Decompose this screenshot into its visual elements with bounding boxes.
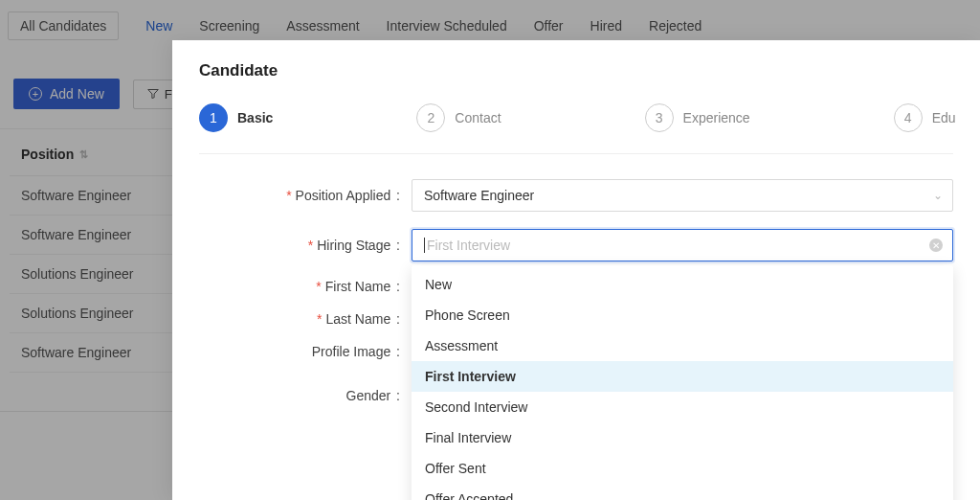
label-gender: Gender : (199, 388, 400, 403)
step-number: 4 (894, 103, 923, 132)
label-last-name: *Last Name : (199, 311, 400, 327)
chevron-down-icon: ⌄ (933, 189, 943, 202)
tab-assessment[interactable]: Assessment (286, 18, 359, 34)
tab-hired[interactable]: Hired (590, 18, 622, 34)
step-label: Contact (455, 110, 501, 125)
step-label: Basic (237, 110, 273, 125)
step-number: 1 (199, 103, 228, 132)
label-first-name: *First Name : (199, 279, 400, 294)
option-offer-accepted[interactable]: Offer Accepted (412, 484, 953, 500)
col-position-label: Position (21, 147, 74, 162)
hiring-stage-select[interactable]: First Interview ✕ (412, 229, 953, 261)
option-second-interview[interactable]: Second Interview (412, 392, 953, 422)
hiring-stage-dropdown: New Phone Screen Assessment First Interv… (412, 265, 953, 500)
option-final-interview[interactable]: Final Interview (412, 422, 953, 453)
tab-interview-scheduled[interactable]: Interview Scheduled (387, 18, 507, 34)
position-applied-value: Software Engineer (424, 188, 534, 203)
hiring-stage-placeholder: First Interview (427, 238, 510, 253)
step-contact[interactable]: 2 Contact (416, 103, 501, 132)
candidate-drawer: Candidate 1 Basic 2 Contact 3 Experience… (172, 40, 980, 500)
step-number: 3 (645, 103, 674, 132)
sort-icon: ⇅ (79, 148, 88, 161)
add-new-button[interactable]: + Add New (13, 79, 120, 109)
step-basic[interactable]: 1 Basic (199, 103, 273, 132)
filter-icon (147, 88, 159, 100)
tab-all-candidates[interactable]: All Candidates (8, 11, 119, 40)
option-new[interactable]: New (412, 269, 953, 300)
wizard-steps: 1 Basic 2 Contact 3 Experience 4 Edu (199, 103, 953, 154)
step-education[interactable]: 4 Edu (894, 103, 956, 132)
add-new-label: Add New (50, 86, 104, 102)
option-first-interview[interactable]: First Interview (412, 361, 953, 392)
option-assessment[interactable]: Assessment (412, 330, 953, 361)
label-profile-image: Profile Image : (199, 344, 400, 359)
tab-rejected[interactable]: Rejected (649, 18, 702, 34)
label-hiring-stage: *Hiring Stage : (199, 238, 400, 253)
tab-new[interactable]: New (145, 18, 172, 34)
plus-icon: + (29, 87, 42, 101)
clear-icon[interactable]: ✕ (929, 239, 943, 252)
step-label: Experience (683, 110, 750, 125)
drawer-title: Candidate (199, 61, 953, 80)
label-position-applied: *Position Applied : (199, 188, 400, 203)
position-applied-select[interactable]: Software Engineer ⌄ (412, 179, 953, 212)
step-experience[interactable]: 3 Experience (645, 103, 750, 132)
option-offer-sent[interactable]: Offer Sent (412, 453, 953, 484)
step-label: Edu (932, 110, 956, 125)
tab-offer[interactable]: Offer (534, 18, 564, 34)
step-number: 2 (416, 103, 445, 132)
field-position-applied: *Position Applied : Software Engineer ⌄ (199, 179, 953, 212)
option-phone-screen[interactable]: Phone Screen (412, 300, 953, 330)
field-hiring-stage: *Hiring Stage : First Interview ✕ New Ph… (199, 229, 953, 261)
tab-screening[interactable]: Screening (199, 18, 259, 34)
